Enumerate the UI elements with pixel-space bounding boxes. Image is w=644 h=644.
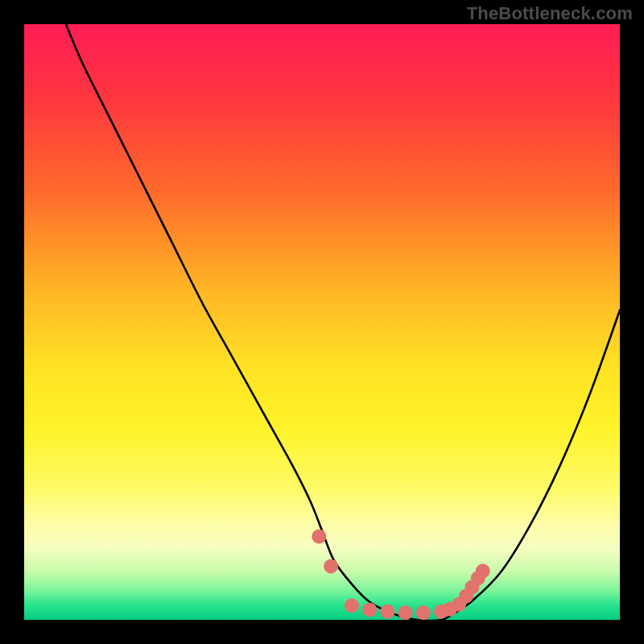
curve-layer: [24, 24, 620, 620]
curve-markers: [312, 529, 490, 620]
curve-marker: [380, 605, 394, 619]
watermark-text: TheBottleneck.com: [467, 3, 633, 24]
plot-area: [24, 24, 620, 620]
curve-marker: [362, 602, 377, 617]
curve-marker: [345, 598, 359, 613]
curve-marker: [312, 529, 326, 543]
curve-marker: [416, 605, 431, 620]
bottleneck-curve: [66, 24, 620, 621]
curve-marker: [476, 564, 490, 578]
chart-frame: TheBottleneck.com: [0, 0, 644, 644]
curve-marker: [324, 559, 338, 573]
curve-marker: [398, 605, 413, 620]
